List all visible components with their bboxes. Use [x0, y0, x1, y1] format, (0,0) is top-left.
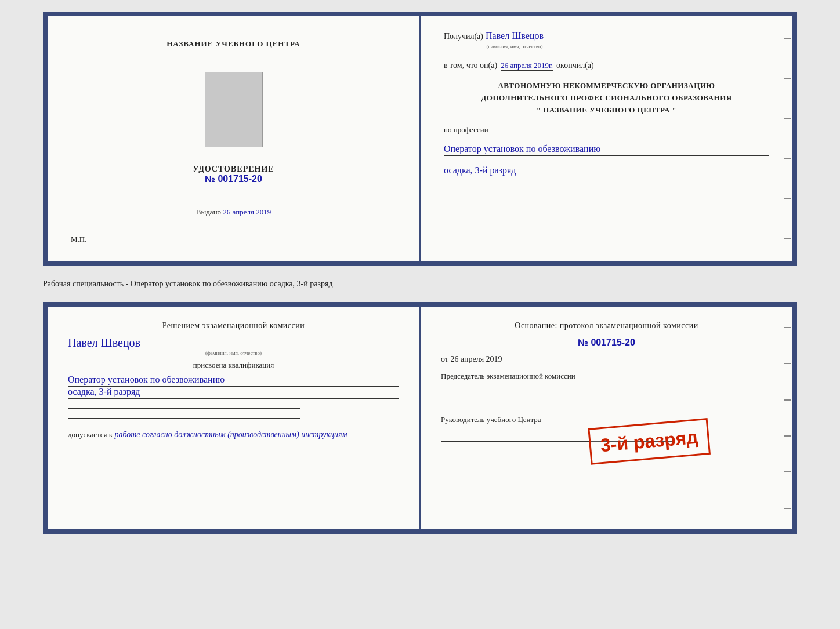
sig-line-1 [68, 408, 300, 409]
ot-date-value: 26 апреля 2019 [450, 355, 502, 363]
poluchil-label: Получил(а) [444, 32, 483, 41]
sig-predsedatel [441, 398, 673, 398]
side-mark-6 [784, 238, 791, 239]
predsedatel-label: Председатель экзаменационной комиссии [441, 371, 772, 381]
side-mark-5 [784, 198, 791, 199]
osnovanie-title: Основание: протокол экзаменационной коми… [441, 321, 772, 330]
bottom-doc-left: Решением экзаменационной комиссии Павел … [48, 307, 421, 529]
bottom-side-mark-2 [784, 363, 791, 364]
protocol-prefix: № [578, 337, 588, 347]
cert-number: № 001715-20 [193, 174, 274, 184]
top-document: НАЗВАНИЕ УЧЕБНОГО ЦЕНТРА УДОСТОВЕРЕНИЕ №… [43, 12, 797, 266]
side-mark-3 [784, 118, 791, 119]
bottom-side-mark-1 [784, 327, 791, 328]
received-line: Получил(а) Павел Швецов (фамилия, имя, о… [444, 31, 769, 41]
org-line1: АВТОНОМНУЮ НЕКОММЕРЧЕСКУЮ ОРГАНИЗАЦИЮ [444, 80, 769, 92]
v-tom-date: 26 апреля 2019г. [501, 61, 553, 71]
top-profession: Оператор установок по обезвоживанию [444, 144, 769, 156]
side-decoration [781, 16, 792, 261]
bottom-name-block: Павел Швецов (фамилия, имя, отчество) [68, 336, 399, 356]
side-mark-4 [784, 158, 791, 159]
sig-line-2 [68, 418, 300, 419]
fio-hint-top: (фамилия, имя, отчество) [486, 43, 544, 49]
dopusk-value: работе согласно должностным (производств… [114, 430, 347, 439]
separator-text: Рабочая специальность - Оператор установ… [43, 277, 797, 292]
dash-top: – [546, 32, 552, 41]
side-mark-1 [784, 38, 791, 39]
dopusk-block: допускается к работе согласно должностны… [68, 430, 399, 439]
bottom-side-decoration [781, 307, 792, 529]
ot-label: от [441, 355, 448, 363]
protocol-num: 001715-20 [591, 337, 635, 347]
protocol-number: № 001715-20 [441, 337, 772, 348]
bottom-side-mark-4 [784, 435, 791, 437]
bottom-profession: Оператор установок по обезвоживанию [68, 375, 399, 387]
top-speciality: осадка, 3-й разряд [444, 165, 769, 177]
v-tom-line: в том, что он(а) 26 апреля 2019г. окончи… [444, 61, 769, 71]
cert-title: УДОСТОВЕРЕНИЕ [193, 165, 274, 174]
photo-placeholder [205, 72, 263, 147]
bottom-doc-right: Основание: протокол экзаменационной коми… [421, 307, 792, 529]
bottom-fio-hint: (фамилия, имя, отчество) [68, 350, 399, 356]
mp-label: М.П. [71, 235, 86, 244]
bottom-name: Павел Швецов [68, 336, 140, 350]
ot-date: от 26 апреля 2019 [441, 355, 772, 364]
vydano-line: Выдано 26 апреля 2019 [196, 208, 271, 217]
dopusk-label: допускается к [68, 430, 113, 439]
org-block: АВТОНОМНУЮ НЕКОММЕРЧЕСКУЮ ОРГАНИЗАЦИЮ ДО… [444, 80, 769, 116]
vydano-label: Выдано [196, 208, 221, 216]
rukovoditel-label: Руководитель учебного Центра [441, 415, 772, 425]
bottom-side-mark-6 [784, 508, 791, 509]
bottom-document: Решением экзаменационной комиссии Павел … [43, 302, 797, 534]
org-line2: ДОПОЛНИТЕЛЬНОГО ПРОФЕССИОНАЛЬНОГО ОБРАЗО… [444, 92, 769, 104]
side-mark-2 [784, 78, 791, 79]
cert-number-value: 001715-20 [218, 174, 262, 184]
po-professii-label: по профессии [444, 125, 769, 134]
resheniem-title: Решением экзаменационной комиссии [68, 321, 399, 330]
vydano-date: 26 апреля 2019 [223, 208, 271, 217]
page-container: НАЗВАНИЕ УЧЕБНОГО ЦЕНТРА УДОСТОВЕРЕНИЕ №… [12, 12, 828, 534]
cert-block: УДОСТОВЕРЕНИЕ № 001715-20 [193, 165, 274, 184]
received-name: Павел Швецов [486, 31, 544, 42]
stamp-text: 3-й разряд [599, 427, 698, 456]
bottom-side-mark-5 [784, 471, 791, 472]
org-line3: " НАЗВАНИЕ УЧЕБНОГО ЦЕНТРА " [444, 104, 769, 117]
v-tom-label: в том, что он(а) [444, 61, 497, 70]
received-name-block: Павел Швецов (фамилия, имя, отчество) [486, 31, 544, 41]
bottom-side-mark-3 [784, 399, 791, 401]
okonchil-label: окончил(а) [556, 61, 594, 70]
prisvoena-label: присвоена квалификация [68, 361, 399, 370]
top-doc-left: НАЗВАНИЕ УЧЕБНОГО ЦЕНТРА УДОСТОВЕРЕНИЕ №… [48, 16, 421, 261]
school-name-top: НАЗВАНИЕ УЧЕБНОГО ЦЕНТРА [166, 39, 300, 49]
top-doc-right: Получил(а) Павел Швецов (фамилия, имя, о… [421, 16, 792, 261]
cert-number-prefix: № [205, 174, 215, 184]
bottom-speciality: осадка, 3-й разряд [68, 387, 399, 399]
